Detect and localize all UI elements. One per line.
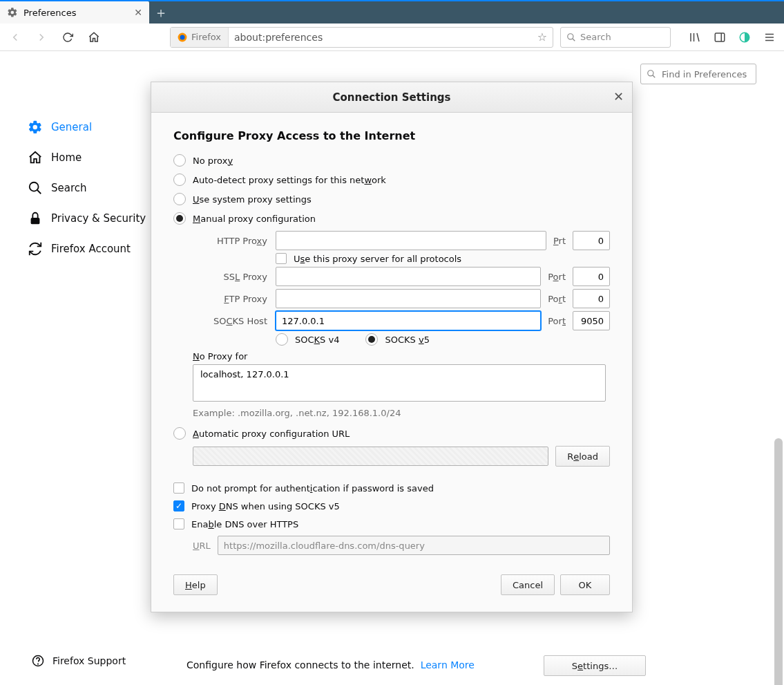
auto-url-input[interactable] <box>193 447 548 466</box>
sidebar-item-general[interactable]: General <box>28 112 152 142</box>
sidebar-item-home[interactable]: Home <box>28 142 152 173</box>
support-link[interactable]: Firefox Support <box>32 655 126 667</box>
chk-dns-over-https[interactable]: Enable DNS over HTTPS <box>173 515 610 533</box>
reload-button[interactable] <box>58 28 77 47</box>
doh-url-input[interactable] <box>218 536 610 555</box>
gear-icon <box>7 7 18 18</box>
search-icon <box>566 32 576 42</box>
menu-icon[interactable] <box>761 28 778 46</box>
lock-icon <box>28 211 43 226</box>
auto-url-row: Reload <box>173 446 610 467</box>
radio-manual-proxy[interactable]: Manual proxy configuration <box>173 209 610 228</box>
gear-icon <box>28 120 43 135</box>
http-proxy-input[interactable] <box>276 231 546 250</box>
radio-icon <box>173 154 186 167</box>
svg-point-5 <box>30 182 39 191</box>
socks-host-label: SOCKS Host <box>193 316 269 326</box>
radio-auto-url[interactable]: Automatic proxy configuration URL <box>173 424 610 443</box>
bookmark-star-icon[interactable]: ☆ <box>532 30 553 44</box>
settings-button[interactable]: Settings… <box>544 655 646 676</box>
ftp-proxy-label: FTP Proxy <box>193 294 269 304</box>
svg-point-7 <box>648 71 653 76</box>
help-icon <box>32 655 44 667</box>
svg-point-9 <box>38 664 39 664</box>
doh-url-row: URL <box>173 536 610 555</box>
svg-point-1 <box>180 35 185 39</box>
chk-no-auth-prompt[interactable]: Do not prompt for authentication if pass… <box>173 479 610 497</box>
noproxy-label: No Proxy for <box>193 351 610 362</box>
socks-version-row: SOCKS v4 SOCKS v5 <box>193 333 610 346</box>
sidebar-item-search[interactable]: Search <box>28 173 152 203</box>
find-in-preferences[interactable]: Find in Preferences <box>640 64 756 84</box>
new-tab-button[interactable]: ＋ <box>149 1 173 24</box>
noproxy-textarea[interactable] <box>193 364 606 402</box>
section-title: Configure Proxy Access to the Internet <box>173 129 610 142</box>
search-bar[interactable]: Search <box>560 27 671 48</box>
radio-socks5[interactable] <box>365 333 378 346</box>
radio-no-proxy[interactable]: No proxy <box>173 151 610 170</box>
socks-port-input[interactable] <box>573 311 610 330</box>
sidebar-icon[interactable] <box>711 28 729 46</box>
scrollbar[interactable] <box>774 438 783 685</box>
sidebar-item-privacy[interactable]: Privacy & Security <box>28 203 152 234</box>
home-button[interactable] <box>84 28 104 47</box>
close-icon[interactable]: ✕ <box>613 89 624 104</box>
ftp-proxy-input[interactable] <box>276 289 541 308</box>
sidebar-item-account[interactable]: Firefox Account <box>28 234 152 264</box>
home-icon <box>28 150 43 165</box>
radio-icon <box>173 193 186 205</box>
find-placeholder: Find in Preferences <box>662 69 747 79</box>
scheme-label: Firefox <box>191 32 221 42</box>
search-icon <box>28 180 43 196</box>
chk-proxy-dns[interactable]: Proxy DNS when using SOCKS v5 <box>173 497 610 515</box>
tab-title: Preferences <box>23 8 128 18</box>
ssl-proxy-row: SSL Proxy Port <box>193 267 610 286</box>
ssl-proxy-label: SSL Proxy <box>193 272 269 282</box>
tab-strip: Preferences ✕ ＋ <box>0 0 784 24</box>
sidebar-item-label: Search <box>51 182 87 194</box>
ssl-port-input[interactable] <box>573 267 610 286</box>
http-proxy-label: HTTP Proxy <box>193 236 269 246</box>
dialog-title: Connection Settings <box>332 91 450 104</box>
library-icon[interactable] <box>686 28 704 46</box>
tab-preferences[interactable]: Preferences ✕ <box>0 1 149 24</box>
use-all-row[interactable]: Use this proxy server for all protocols <box>193 253 610 264</box>
sidebar-item-label: General <box>51 121 92 133</box>
support-label: Firefox Support <box>52 655 126 666</box>
radio-system-proxy[interactable]: Use system proxy settings <box>173 189 610 209</box>
doh-url-label: URL <box>193 541 211 551</box>
sync-icon <box>28 241 43 256</box>
help-button[interactable]: Help <box>173 574 218 595</box>
sidebar-item-label: Home <box>51 151 82 164</box>
socks-host-row: SOCKS Host Port <box>193 311 610 330</box>
svg-rect-6 <box>31 218 40 224</box>
svg-point-2 <box>568 33 573 39</box>
ok-button[interactable]: OK <box>560 574 610 595</box>
learn-more-link[interactable]: Learn More <box>421 659 475 670</box>
http-port-input[interactable] <box>573 231 610 250</box>
radio-icon <box>173 173 186 186</box>
close-icon[interactable]: ✕ <box>134 7 142 18</box>
search-placeholder: Search <box>580 32 611 42</box>
identity-box[interactable]: Firefox <box>171 28 229 47</box>
back-button[interactable] <box>6 28 25 47</box>
radio-icon <box>173 212 186 225</box>
sidebar-item-label: Privacy & Security <box>51 212 146 225</box>
extension-icon[interactable] <box>736 28 754 46</box>
dialog-footer: Help Cancel OK <box>151 574 632 612</box>
dialog-body: Configure Proxy Access to the Internet N… <box>151 113 632 574</box>
reload-button[interactable]: Reload <box>555 446 610 467</box>
checkbox-icon <box>276 253 287 264</box>
forward-button[interactable] <box>32 28 51 47</box>
radio-auto-detect[interactable]: Auto-detect proxy settings for this netw… <box>173 170 610 189</box>
radio-socks4[interactable] <box>276 333 288 346</box>
ssl-proxy-input[interactable] <box>276 267 541 286</box>
search-icon <box>647 69 656 79</box>
cancel-button[interactable]: Cancel <box>501 574 555 595</box>
ftp-port-input[interactable] <box>573 289 610 308</box>
url-bar[interactable]: Firefox about:preferences ☆ <box>170 27 553 48</box>
svg-rect-3 <box>715 33 725 41</box>
socks-host-input[interactable] <box>276 311 541 330</box>
proxy-description: Configure how Firefox connects to the in… <box>187 659 475 670</box>
radio-icon <box>173 427 186 440</box>
